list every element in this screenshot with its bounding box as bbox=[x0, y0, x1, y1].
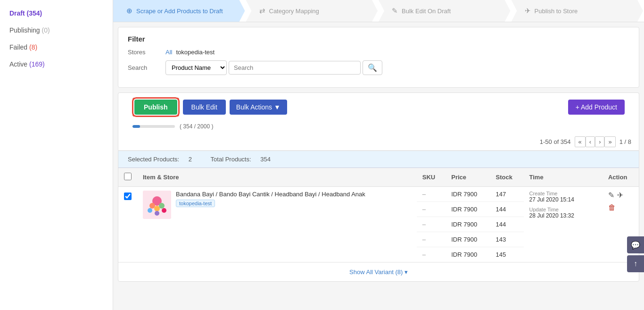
product-cell: Bandana Bayi / Bando Bayi Cantik / Headb… bbox=[137, 187, 417, 262]
product-info-container: Bandana Bayi / Bando Bayi Cantik / Headb… bbox=[143, 191, 411, 219]
chat-float-button[interactable]: 💬 bbox=[627, 236, 644, 253]
search-type-select[interactable]: Product Name SKU Store bbox=[165, 60, 227, 75]
sidebar-item-active[interactable]: Active (169) bbox=[0, 56, 113, 73]
col-time: Time bbox=[524, 168, 603, 187]
sku-v1: – bbox=[417, 187, 446, 202]
sidebar-publishing-label: Publishing bbox=[9, 26, 40, 34]
sku-v5: – bbox=[417, 247, 446, 262]
row-checkbox[interactable] bbox=[124, 193, 132, 200]
edit-product-icon[interactable]: ✎ bbox=[608, 191, 614, 200]
selected-count: 2 bbox=[189, 156, 192, 163]
action-buttons: ✎ ✈ bbox=[608, 191, 633, 200]
quota-bar bbox=[132, 125, 175, 128]
pagination-row: 1-50 of 354 « ‹ › » 1 / 8 bbox=[118, 134, 639, 151]
select-all-checkbox[interactable] bbox=[124, 173, 132, 180]
svg-point-6 bbox=[155, 211, 159, 216]
sidebar-draft-count: (354) bbox=[27, 9, 42, 17]
col-item-store: Item & Store bbox=[137, 168, 417, 187]
search-input[interactable] bbox=[229, 61, 361, 75]
product-image bbox=[143, 191, 171, 219]
total-count: 354 bbox=[260, 156, 271, 163]
chevron-down-icon: ▼ bbox=[274, 103, 281, 111]
scroll-top-button[interactable]: ↑ bbox=[627, 255, 644, 272]
publish-button[interactable]: Publish bbox=[134, 100, 177, 115]
sidebar: Draft (354) Publishing (0) Failed (8) Ac… bbox=[0, 0, 113, 310]
step-publish-store[interactable]: ✈ Publish to Store bbox=[512, 0, 644, 22]
sidebar-active-count: (169) bbox=[29, 60, 45, 68]
sidebar-publishing-count: (0) bbox=[42, 26, 50, 34]
sidebar-active-label: Active bbox=[9, 60, 27, 68]
chevron-down-icon: ▾ bbox=[405, 268, 408, 276]
filter-title: Filter bbox=[128, 35, 629, 43]
step-scrape-label: Scrape or Add Products to Draft bbox=[136, 8, 223, 15]
category-icon: ⇄ bbox=[259, 7, 265, 15]
stores-all-link[interactable]: All bbox=[165, 49, 172, 56]
sku-v3: – bbox=[417, 217, 446, 232]
pagination-prev-button[interactable]: ‹ bbox=[586, 136, 595, 147]
sidebar-item-publishing[interactable]: Publishing (0) bbox=[0, 22, 113, 39]
row-checkbox-cell bbox=[118, 187, 137, 262]
svg-point-3 bbox=[154, 206, 160, 211]
step-category-label: Category Mapping bbox=[269, 8, 319, 15]
pagination-page: 1 / 8 bbox=[619, 138, 631, 145]
sidebar-failed-label: Failed bbox=[9, 43, 27, 51]
filter-section: Filter Stores All tokopedia-test Search … bbox=[118, 27, 639, 88]
svg-point-7 bbox=[162, 208, 166, 213]
stores-name[interactable]: tokopedia-test bbox=[176, 49, 215, 56]
main-content: ⊕ Scrape or Add Products to Draft ⇄ Cate… bbox=[113, 0, 644, 310]
toolbar-section: Publish Bulk Edit Bulk Actions ▼ + Add P… bbox=[118, 92, 639, 134]
sidebar-failed-count: (8) bbox=[29, 43, 37, 51]
sku-v4: – bbox=[417, 232, 446, 247]
step-publish-store-label: Publish to Store bbox=[535, 8, 578, 15]
pagination-next-button[interactable]: › bbox=[595, 136, 604, 147]
create-time-label: Create Time bbox=[529, 191, 597, 196]
delete-product-icon[interactable]: 🗑 bbox=[608, 203, 616, 211]
workflow-steps: ⊕ Scrape or Add Products to Draft ⇄ Cate… bbox=[113, 0, 644, 22]
table-row: Bandana Bayi / Bando Bayi Cantik / Headb… bbox=[118, 187, 639, 202]
search-container: Product Name SKU Store 🔍 bbox=[165, 60, 382, 75]
stock-v5: 145 bbox=[490, 247, 524, 262]
sidebar-item-draft[interactable]: Draft (354) bbox=[0, 5, 113, 22]
quota-text: ( 354 / 2000 ) bbox=[180, 123, 213, 130]
add-product-button[interactable]: + Add Product bbox=[568, 100, 625, 115]
edit-icon: ✎ bbox=[392, 7, 398, 15]
stock-v1: 147 bbox=[490, 187, 524, 202]
search-label: Search bbox=[128, 64, 165, 71]
search-button[interactable]: 🔍 bbox=[363, 60, 382, 75]
step-bulk-edit[interactable]: ✎ Bulk Edit On Draft bbox=[379, 0, 511, 22]
sidebar-draft-label: Draft bbox=[9, 9, 25, 17]
selected-products-label: Selected Products: bbox=[128, 156, 179, 163]
create-time-container: Create Time 27 Jul 2020 15:14 bbox=[529, 191, 597, 203]
product-details: Bandana Bayi / Bando Bayi Cantik / Headb… bbox=[176, 191, 411, 207]
step-category[interactable]: ⇄ Category Mapping bbox=[246, 0, 378, 22]
quota-bar-fill bbox=[132, 125, 140, 128]
table-header-row: Item & Store SKU Price Stock Time Action bbox=[118, 168, 639, 187]
send-product-icon[interactable]: ✈ bbox=[617, 191, 623, 200]
price-v3: IDR 7900 bbox=[446, 217, 490, 232]
show-variant-label: Show All Variant (8) bbox=[349, 268, 403, 276]
products-table: Item & Store SKU Price Stock Time Action bbox=[118, 168, 639, 262]
toolbar: Publish Bulk Edit Bulk Actions ▼ + Add P… bbox=[123, 93, 634, 121]
svg-point-5 bbox=[148, 208, 152, 213]
float-buttons: 💬 ↑ bbox=[627, 236, 644, 272]
sidebar-item-failed[interactable]: Failed (8) bbox=[0, 39, 113, 56]
step-bulk-edit-label: Bulk Edit On Draft bbox=[402, 8, 451, 15]
publish-outline: Publish bbox=[132, 98, 179, 117]
svg-point-4 bbox=[159, 203, 165, 209]
step-scrape[interactable]: ⊕ Scrape or Add Products to Draft bbox=[113, 0, 245, 22]
steps-container: ⊕ Scrape or Add Products to Draft ⇄ Cate… bbox=[113, 0, 644, 22]
pagination-first-button[interactable]: « bbox=[575, 136, 586, 147]
price-v1: IDR 7900 bbox=[446, 187, 490, 202]
bulk-actions-button[interactable]: Bulk Actions ▼ bbox=[230, 100, 287, 115]
bulk-edit-button[interactable]: Bulk Edit bbox=[183, 100, 226, 115]
price-v5: IDR 7900 bbox=[446, 247, 490, 262]
col-price: Price bbox=[446, 168, 490, 187]
select-all-header bbox=[118, 168, 137, 187]
table-wrapper: Item & Store SKU Price Stock Time Action bbox=[118, 168, 639, 281]
pagination-last-button[interactable]: » bbox=[604, 136, 615, 147]
sku-v2: – bbox=[417, 202, 446, 217]
show-all-variant-button[interactable]: Show All Variant (8) ▾ bbox=[118, 262, 639, 281]
product-name-text: Bandana Bayi / Bando Bayi Cantik / Headb… bbox=[176, 191, 411, 198]
update-time-container: Update Time 28 Jul 2020 13:32 bbox=[529, 207, 597, 219]
col-sku: SKU bbox=[417, 168, 446, 187]
